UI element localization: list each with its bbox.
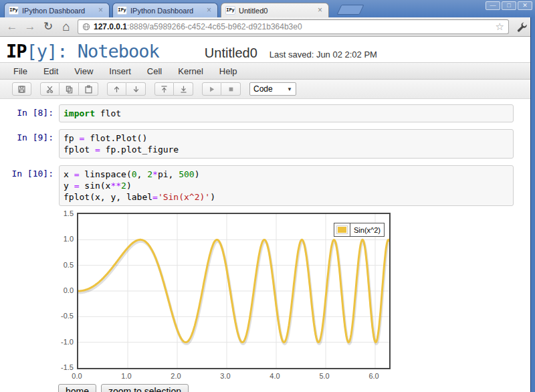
ipython-logo[interactable]: IP[y]: Notebook — [6, 41, 159, 62]
cell-type-dropdown[interactable]: Code▼ — [249, 82, 296, 96]
menu-edit[interactable]: Edit — [35, 64, 66, 79]
menu-help[interactable]: Help — [211, 64, 245, 79]
copy-button[interactable] — [60, 82, 79, 96]
window-frame-right — [530, 17, 535, 392]
code-token: 2 — [121, 181, 126, 191]
input-prompt: In [10]: — [8, 165, 59, 206]
code-token: ) — [126, 181, 132, 191]
menu-kernel[interactable]: Kernel — [170, 64, 211, 79]
logo-ip: IP — [6, 41, 27, 62]
x-tick-label: 3.0 — [212, 372, 239, 380]
move-down-button[interactable] — [126, 82, 146, 96]
cell-list: In [8]:import flotIn [9]:fp = flot.Plot(… — [0, 99, 530, 392]
legend-swatch — [338, 227, 346, 233]
browser-toolbar: ← → ↻ ⌂ 127.0.0.1:8889/a5989266-c452-4c6… — [0, 17, 535, 37]
plot-canvas[interactable]: Sin(x^2) — [77, 213, 391, 369]
home-button[interactable]: home — [58, 384, 96, 392]
y-tick-label: 0.0 — [47, 286, 74, 294]
code-token: fp.plot_figure — [100, 144, 179, 155]
browser-tab-1[interactable]: IPyIPython Dashboard× — [4, 3, 110, 17]
x-tick-label: 1.0 — [113, 372, 140, 380]
insert-below-icon — [179, 85, 188, 94]
bookmark-star-icon[interactable]: ☆ — [496, 21, 504, 33]
notebook-toolbar: Code▼ — [0, 80, 530, 99]
last-saved-text: Last saved: Jun 02 2:02 PM — [270, 50, 377, 60]
plot-legend: Sin(x^2) — [334, 223, 385, 237]
globe-icon — [82, 23, 90, 31]
code-cell: In [10]:x = linspace(0, 2*pi, 500) y = s… — [8, 165, 514, 206]
code-token: x — [64, 169, 74, 179]
x-tick-label: 5.0 — [311, 372, 338, 380]
code-cell: In [8]:import flot — [8, 104, 514, 122]
url-host: 127.0.0.1 — [94, 22, 127, 31]
move-up-button[interactable] — [107, 82, 126, 96]
menu-insert[interactable]: Insert — [101, 64, 139, 79]
insert-below-button[interactable] — [174, 82, 193, 96]
code-token: flot — [95, 108, 121, 118]
copy-icon — [65, 85, 74, 94]
interrupt-button[interactable] — [221, 82, 241, 96]
minimize-window-button[interactable]: — — [486, 1, 500, 10]
toolbar-group — [154, 82, 193, 96]
tab-close-icon[interactable]: × — [96, 6, 105, 15]
code-input[interactable]: x = linspace(0, 2*pi, 500) y = sin(x**2)… — [59, 165, 514, 206]
zoom-to-selection-button[interactable]: zoom to selection — [101, 384, 189, 392]
code-token: ) — [210, 192, 215, 202]
code-token: * — [152, 169, 158, 179]
interrupt-icon — [227, 85, 235, 94]
input-prompt: In [8]: — [8, 104, 59, 122]
tab-title: IPython Dashboard — [130, 7, 205, 15]
plot-output: Sin(x^2)1.51.00.50.0-0.5-1.0-1.50.01.02.… — [77, 213, 514, 381]
cut-button[interactable] — [40, 82, 60, 96]
cell-type-value: Code — [253, 84, 287, 94]
code-token: 2 — [147, 169, 152, 179]
browser-tab-2[interactable]: IPyIPython Dashboard× — [112, 3, 218, 17]
menu-cell[interactable]: Cell — [139, 64, 170, 79]
paste-button[interactable] — [79, 82, 98, 96]
ipython-favicon-icon: IPy — [9, 6, 19, 15]
url-text[interactable]: 127.0.0.1:8889/a5989266-c452-4c65-b962-d… — [94, 22, 492, 31]
code-token: pi, — [158, 169, 179, 179]
menu-view[interactable]: View — [66, 64, 101, 79]
run-button[interactable] — [202, 82, 221, 96]
home-icon[interactable]: ⌂ — [60, 20, 73, 33]
x-tick-label: 6.0 — [360, 372, 387, 380]
legend-swatch-border — [336, 225, 348, 234]
notebook-header: IP[y]: Notebook Untitled0 Last saved: Ju… — [0, 37, 530, 62]
notebook-page: IP[y]: Notebook Untitled0 Last saved: Ju… — [0, 37, 530, 392]
code-token: linspace( — [79, 169, 131, 179]
new-tab-button[interactable] — [337, 5, 364, 15]
notebook-title[interactable]: Untitled0 — [205, 45, 257, 61]
code-token: ) — [195, 169, 200, 179]
tab-close-icon[interactable]: × — [316, 6, 324, 15]
sinx2-plot-svg — [78, 214, 389, 368]
address-bar[interactable]: 127.0.0.1:8889/a5989266-c452-4c65-b962-d… — [78, 19, 509, 34]
code-token: fplot(x, y, label — [64, 192, 152, 202]
close-window-button[interactable]: ✕ — [518, 1, 532, 10]
wrench-menu-button[interactable] — [514, 19, 530, 34]
move-up-icon — [112, 85, 121, 94]
save-button[interactable] — [12, 82, 31, 96]
menu-file[interactable]: File — [5, 64, 35, 79]
code-token: 'Sin(x^2)' — [158, 192, 210, 202]
x-tick-label: 2.0 — [163, 372, 189, 380]
insert-above-button[interactable] — [154, 82, 174, 96]
back-icon[interactable]: ← — [5, 20, 19, 33]
tab-close-icon[interactable]: × — [205, 6, 213, 15]
reload-icon[interactable]: ↻ — [41, 20, 55, 33]
code-input[interactable]: fp = flot.Plot() fplot = fp.plot_figure — [59, 129, 514, 159]
toolbar-group — [202, 82, 241, 96]
code-input[interactable]: import flot — [59, 104, 514, 122]
code-cell: In [9]:fp = flot.Plot() fplot = fp.plot_… — [8, 129, 514, 159]
logo-y: [y]: — [27, 41, 78, 62]
forward-icon[interactable]: → — [23, 20, 37, 33]
legend-swatch-cell — [334, 223, 350, 236]
maximize-window-button[interactable]: □ — [502, 1, 516, 10]
logo-name: Notebook — [78, 41, 159, 62]
plot-button-row: homezoom to selection — [58, 384, 514, 392]
browser-tab-3[interactable]: IPyUntitled0× — [221, 3, 329, 17]
x-tick-label: 0.0 — [64, 372, 90, 380]
legend-label: Sin(x^2) — [350, 223, 384, 236]
code-token: 0 — [132, 169, 137, 179]
code-token: 500 — [179, 169, 194, 179]
